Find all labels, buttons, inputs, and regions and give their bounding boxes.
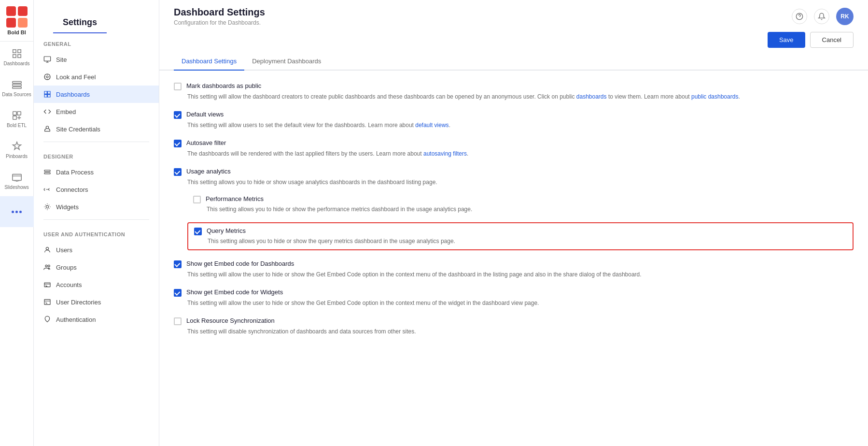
tab-dashboard-settings[interactable]: Dashboard Settings [174, 53, 244, 71]
bell-icon [818, 13, 826, 20]
sidebar-item-accounts-label: Accounts [56, 281, 82, 288]
help-button[interactable] [792, 9, 807, 24]
sidebar-item-connectors[interactable]: Connectors [34, 181, 159, 198]
data-process-icon [43, 168, 51, 176]
rail-slideshows-label: Slideshows [4, 185, 29, 190]
sidebar-item-look-and-feel[interactable]: Look and Feel [34, 68, 159, 86]
avatar[interactable]: RK [836, 8, 854, 25]
checkbox-lock-resource-sync[interactable] [174, 317, 182, 325]
svg-point-18 [46, 126, 48, 129]
checkbox-embed-code-dashboards[interactable] [174, 260, 182, 268]
sidebar-item-embed[interactable]: Embed [34, 103, 159, 120]
data-sources-icon [12, 79, 22, 90]
rail-bold-etl-label: Bold ETL [7, 123, 27, 128]
embed-icon [43, 108, 51, 115]
svg-rect-19 [44, 170, 50, 172]
svg-rect-20 [44, 173, 50, 174]
connectors-icon [43, 186, 51, 193]
checkbox-default-views[interactable] [174, 111, 182, 119]
checkbox-query-metrics[interactable] [194, 228, 202, 235]
page-subtitle: Configuration for the Dashboards. [174, 19, 265, 26]
setting-usage-analytics-title: Usage analytics [186, 168, 231, 175]
sidebar-item-users[interactable]: Users [34, 241, 159, 259]
sidebar-item-look-and-feel-label: Look and Feel [56, 73, 96, 81]
authentication-icon [43, 316, 51, 323]
sub-settings-usage: Performance Metrics This setting allows … [187, 191, 854, 250]
dashboard-icon [43, 90, 51, 98]
checkbox-usage-analytics[interactable] [174, 168, 182, 176]
main-content: Dashboard Settings Configuration for the… [159, 0, 868, 446]
sidebar-item-user-directories[interactable]: User Directories [34, 293, 159, 311]
sidebar-item-data-process[interactable]: Data Process [34, 163, 159, 181]
sidebar-item-dashboards-label: Dashboards [56, 91, 90, 98]
svg-rect-11 [13, 111, 16, 115]
svg-rect-15 [44, 57, 50, 61]
setting-query-metrics-title: Query Metrics [207, 227, 246, 234]
site-icon [43, 56, 51, 63]
page-heading: Dashboard Settings Configuration for the… [174, 7, 265, 26]
setting-mark-public-title: Mark dashboards as public [186, 82, 261, 89]
save-button[interactable]: Save [768, 32, 805, 48]
logo-label: Bold BI [7, 29, 26, 35]
svg-rect-10 [12, 86, 21, 88]
checkbox-mark-public[interactable] [174, 83, 182, 90]
sidebar-item-widgets-label: Widgets [56, 203, 79, 211]
setting-mark-public-desc: This setting will allow the dashboard cr… [187, 92, 854, 101]
sidebar-section-designer: DESIGNER [34, 146, 159, 163]
setting-autosave-filter-desc: The dashboards will be rendered with the… [187, 149, 854, 158]
link-dashboards[interactable]: dashboards [576, 93, 607, 100]
rail-bold-etl[interactable]: Bold ETL [0, 103, 34, 134]
settings-body: Mark dashboards as public This setting w… [159, 71, 868, 347]
rail-pinboards-label: Pinboards [6, 154, 28, 159]
sidebar-item-authentication[interactable]: Authentication [34, 311, 159, 328]
bold-etl-icon [12, 110, 22, 121]
svg-rect-26 [44, 300, 50, 305]
sidebar-item-site[interactable]: Site [34, 51, 159, 68]
icon-rail: Bold BI Dashboards Data Sources Bold ETL… [0, 0, 34, 446]
sidebar-item-widgets[interactable]: Widgets [34, 198, 159, 216]
link-autosaving-filters[interactable]: autosaving filters [423, 150, 467, 157]
sub-row-query-metrics: Query Metrics This setting allows you to… [187, 222, 854, 250]
more-dots-icon [12, 211, 22, 213]
rail-dashboards[interactable]: Dashboards [0, 42, 34, 72]
svg-rect-13 [13, 115, 16, 119]
checkbox-performance-metrics[interactable] [193, 196, 201, 203]
divider-2 [43, 219, 149, 220]
cancel-button[interactable]: Cancel [810, 32, 854, 48]
svg-rect-7 [17, 54, 20, 57]
svg-point-17 [46, 76, 48, 78]
setting-embed-code-widgets: Show get Embed code for Widgets This set… [174, 288, 854, 307]
setting-lock-resource-sync-desc: This setting will disable synchronizatio… [187, 327, 854, 336]
sidebar-item-users-label: Users [56, 246, 72, 254]
setting-embed-code-dashboards-title: Show get Embed code for Dashboards [186, 260, 294, 267]
rail-slideshows[interactable]: Slideshows [0, 165, 34, 196]
notification-button[interactable] [814, 9, 829, 24]
look-feel-icon [43, 73, 51, 81]
checkbox-autosave-filter[interactable] [174, 140, 182, 147]
rail-data-sources[interactable]: Data Sources [0, 72, 34, 103]
users-icon [43, 246, 51, 254]
link-public-dashboards[interactable]: public dashboards [691, 93, 738, 100]
setting-performance-metrics-title: Performance Metrics [206, 195, 264, 202]
help-icon [796, 13, 803, 20]
sidebar-item-groups[interactable]: Groups [34, 259, 159, 276]
setting-autosave-filter: Autosave filter The dashboards will be r… [174, 139, 854, 158]
sidebar-item-dashboards[interactable]: Dashboards [34, 86, 159, 103]
rail-pinboards[interactable]: Pinboards [0, 134, 34, 165]
svg-point-24 [48, 265, 50, 267]
rail-more[interactable] [0, 196, 34, 227]
tab-deployment-dashboards[interactable]: Deployment Dashboards [244, 53, 329, 71]
sidebar-item-user-directories-label: User Directories [56, 299, 101, 306]
rail-data-sources-label: Data Sources [2, 92, 31, 97]
setting-default-views-desc: This setting will allow users to set the… [187, 121, 854, 129]
bold-bi-logo [6, 6, 28, 28]
setting-embed-code-widgets-title: Show get Embed code for Widgets [186, 288, 283, 296]
checkbox-embed-code-widgets[interactable] [174, 289, 182, 297]
link-default-views[interactable]: default views [415, 122, 448, 129]
sidebar-item-site-credentials[interactable]: Site Credentials [34, 120, 159, 138]
setting-autosave-filter-title: Autosave filter [186, 139, 226, 146]
setting-usage-analytics: Usage analytics This setting allows you … [174, 168, 854, 250]
sidebar-item-accounts[interactable]: Accounts [34, 276, 159, 293]
setting-lock-resource-sync: Lock Resource Synchronization This setti… [174, 317, 854, 336]
sidebar: Settings GENERAL Site Look and Feel Dash… [34, 0, 159, 446]
